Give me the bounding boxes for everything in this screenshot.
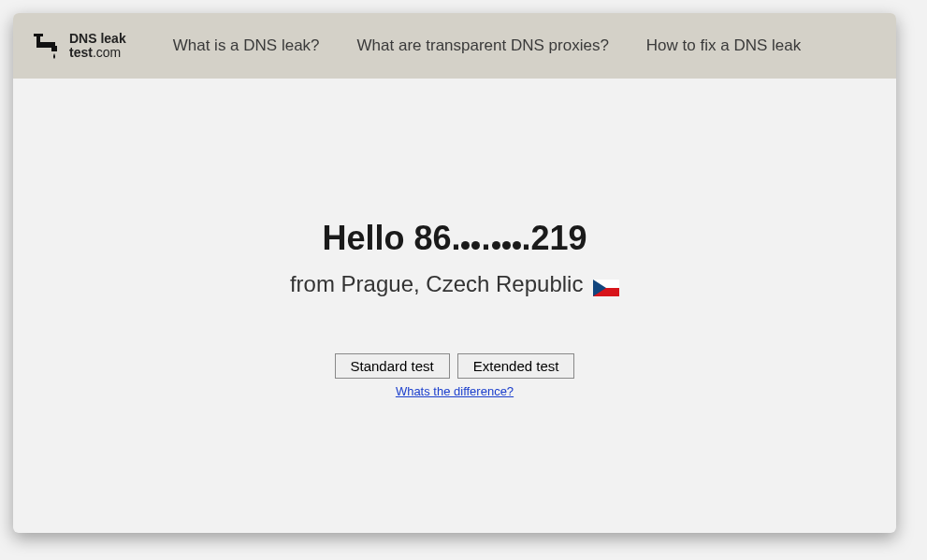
logo-line1: DNS leak [69, 31, 126, 46]
ip-sep: . [481, 219, 490, 257]
extended-test-button[interactable]: Extended test [457, 353, 575, 379]
from-prefix: from [290, 271, 341, 296]
location-line: from Prague, Czech Republic [13, 271, 896, 297]
header-bar: DNS leak test.com What is a DNS leak? Wh… [13, 13, 896, 79]
site-logo[interactable]: DNS leak test.com [32, 31, 126, 61]
logo-line2-thin: .com [93, 45, 121, 60]
main-content: Hello 86...219 from Prague, Czech Republ… [13, 79, 896, 398]
nav-link-how-to-fix[interactable]: How to fix a DNS leak [646, 36, 801, 55]
nav-link-transparent-proxies[interactable]: What are transparent DNS proxies? [357, 36, 609, 55]
logo-line2-bold: test [69, 45, 93, 60]
ip-masked-octet-2 [491, 219, 522, 258]
svg-rect-3 [51, 46, 57, 51]
hello-prefix: Hello [322, 219, 413, 257]
ip-last-octet: .219 [522, 219, 587, 257]
ip-masked-octet-1 [460, 219, 481, 258]
ip-first-octet: 86. [413, 219, 460, 257]
svg-rect-1 [34, 34, 43, 36]
test-button-row: Standard test Extended test [335, 353, 575, 379]
ip-greeting: Hello 86...219 [13, 219, 896, 260]
logo-text: DNS leak test.com [69, 32, 126, 61]
whats-the-difference-link[interactable]: Whats the difference? [396, 384, 514, 398]
location-text: Prague, Czech Republic [341, 271, 584, 296]
standard-test-button[interactable]: Standard test [335, 353, 450, 379]
faucet-icon [32, 31, 62, 61]
nav-link-what-is-dns-leak[interactable]: What is a DNS leak? [173, 36, 320, 55]
czech-republic-flag-icon [593, 276, 619, 293]
test-actions: Standard test Extended test Whats the di… [13, 353, 896, 398]
page-window: DNS leak test.com What is a DNS leak? Wh… [13, 13, 896, 533]
